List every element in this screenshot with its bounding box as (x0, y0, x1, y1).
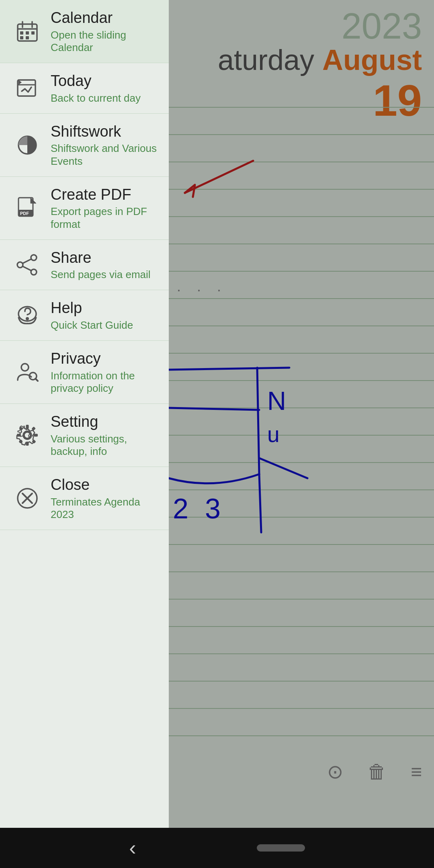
close-icon (16, 487, 39, 510)
today-sublabel: Back to current day (51, 92, 141, 104)
svg-line-35 (35, 379, 38, 381)
svg-point-33 (21, 364, 29, 371)
create-pdf-text: Create PDF Export pages in PDF format (51, 186, 158, 231)
privacy-label: Privacy (51, 350, 158, 368)
svg-point-26 (31, 255, 37, 260)
svg-rect-15 (26, 31, 29, 35)
menu-item-close[interactable]: Close Terminates Agenda 2023 (0, 467, 169, 530)
privacy-icon (16, 361, 39, 383)
close-label: Close (51, 476, 158, 494)
svg-point-37 (24, 432, 31, 438)
share-label: Share (51, 249, 151, 267)
help-sublabel: Quick Start Guide (51, 319, 133, 332)
svg-line-29 (23, 259, 31, 263)
svg-text:PDF: PDF (20, 211, 29, 216)
menu-item-today[interactable]: Today Back to current day (0, 63, 169, 114)
setting-sublabel: Various settings, backup, info (51, 433, 158, 458)
svg-rect-17 (20, 36, 23, 39)
create-pdf-sublabel: Export pages in PDF format (51, 205, 158, 230)
nav-home-indicator[interactable] (257, 844, 305, 852)
svg-rect-16 (31, 31, 35, 35)
svg-point-28 (17, 262, 23, 268)
share-sublabel: Send pages via email (51, 268, 151, 281)
shiftswork-icon (16, 134, 39, 156)
setting-icon (16, 424, 39, 446)
side-drawer: Calendar Open the sliding Calendar Today… (0, 0, 169, 828)
today-text: Today Back to current day (51, 72, 141, 104)
help-icon (16, 304, 39, 327)
pdf-icon: PDF (16, 197, 39, 219)
help-label: Help (51, 299, 133, 317)
nav-back-button[interactable]: ‹ (129, 836, 136, 860)
svg-point-27 (31, 269, 37, 275)
svg-rect-41 (34, 434, 38, 437)
share-text: Share Send pages via email (51, 249, 151, 281)
svg-rect-39 (26, 442, 29, 446)
today-icon (16, 77, 39, 99)
svg-rect-40 (17, 434, 21, 437)
menu-item-privacy[interactable]: Privacy Information on the privacy polic… (0, 341, 169, 404)
setting-label: Setting (51, 413, 158, 431)
menu-item-calendar[interactable]: Calendar Open the sliding Calendar (0, 0, 169, 63)
pdf-icon-wrap: PDF (11, 192, 43, 224)
menu-item-shiftswork[interactable]: Shiftswork Shiftswork and Various Events (0, 114, 169, 177)
today-label: Today (51, 72, 141, 90)
privacy-icon-wrap (11, 356, 43, 388)
nav-bar: ‹ (0, 828, 434, 868)
calendar-text: Calendar Open the sliding Calendar (51, 9, 158, 54)
svg-rect-18 (26, 36, 29, 39)
help-text: Help Quick Start Guide (51, 299, 133, 332)
menu-item-help[interactable]: Help Quick Start Guide (0, 290, 169, 341)
privacy-sublabel: Information on the privacy policy (51, 370, 158, 395)
shiftswork-text: Shiftswork Shiftswork and Various Events (51, 123, 158, 168)
svg-rect-38 (26, 425, 29, 429)
setting-icon-wrap (11, 419, 43, 451)
calendar-icon (16, 20, 39, 43)
svg-rect-14 (20, 31, 23, 35)
svg-line-30 (23, 266, 31, 270)
menu-item-setting[interactable]: Setting Various settings, backup, info (0, 404, 169, 467)
menu-item-create-pdf[interactable]: PDF Create PDF Export pages in PDF forma… (0, 177, 169, 240)
share-icon-wrap (11, 249, 43, 281)
create-pdf-label: Create PDF (51, 186, 158, 204)
close-sublabel: Terminates Agenda 2023 (51, 496, 158, 521)
privacy-text: Privacy Information on the privacy polic… (51, 350, 158, 395)
shiftswork-label: Shiftswork (51, 123, 158, 141)
calendar-sublabel: Open the sliding Calendar (51, 29, 158, 54)
calendar-icon-wrap (11, 15, 43, 47)
menu-item-share[interactable]: Share Send pages via email (0, 240, 169, 291)
close-text: Close Terminates Agenda 2023 (51, 476, 158, 521)
setting-text: Setting Various settings, backup, info (51, 413, 158, 458)
today-icon-wrap (11, 72, 43, 104)
svg-marker-21 (18, 80, 22, 85)
help-icon-wrap (11, 299, 43, 332)
calendar-label: Calendar (51, 9, 158, 27)
share-icon (16, 254, 39, 276)
shiftswork-icon-wrap (11, 129, 43, 161)
close-icon-wrap (11, 482, 43, 514)
shiftswork-sublabel: Shiftswork and Various Events (51, 142, 158, 167)
svg-point-32 (26, 317, 29, 320)
